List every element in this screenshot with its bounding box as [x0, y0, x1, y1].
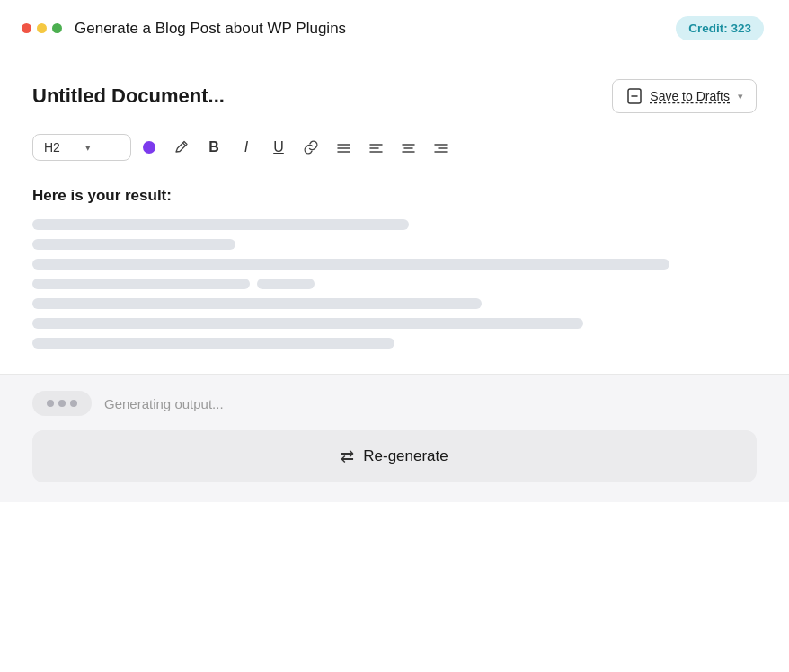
regenerate-arrow-icon: ⇄ — [341, 447, 354, 466]
window-controls — [22, 23, 62, 33]
skeleton-row — [32, 279, 757, 289]
list-icon — [336, 140, 351, 155]
regenerate-label: Re-generate — [363, 447, 448, 465]
typing-dot — [70, 400, 77, 407]
save-drafts-label: Save to Drafts — [650, 89, 730, 103]
underline-label: U — [273, 139, 284, 155]
align-center-icon — [401, 140, 416, 155]
content-area: Here is your result: — [32, 187, 757, 374]
color-picker-button[interactable] — [135, 133, 164, 162]
align-left-button[interactable] — [361, 133, 390, 162]
align-left-icon — [368, 140, 384, 155]
underline-button[interactable]: U — [264, 133, 293, 162]
skeleton-line — [32, 279, 250, 289]
link-button[interactable] — [297, 133, 325, 162]
typing-dot — [58, 400, 66, 407]
highlight-button[interactable] — [167, 133, 196, 162]
pen-icon — [174, 140, 189, 155]
generating-row: Generating output... — [32, 391, 757, 416]
align-right-button[interactable] — [426, 133, 455, 162]
align-center-button[interactable] — [394, 133, 422, 162]
bold-label: B — [208, 139, 219, 155]
top-bar: Generate a Blog Post about WP Plugins Cr… — [0, 0, 789, 57]
credit-badge: Credit: 323 — [676, 16, 764, 40]
minimize-dot[interactable] — [37, 23, 47, 33]
bold-button[interactable]: B — [199, 133, 228, 162]
typing-dots-indicator — [32, 391, 92, 416]
bottom-bar: Generating output... ⇄ Re-generate — [0, 375, 789, 502]
skeleton-line — [32, 259, 669, 270]
heading-select[interactable]: H2 ▾ — [32, 134, 131, 161]
skeleton-line — [32, 338, 394, 349]
typing-dot — [47, 400, 54, 407]
save-drafts-chevron: ▾ — [738, 91, 743, 102]
skeleton-line — [32, 219, 409, 230]
heading-chevron: ▾ — [85, 142, 91, 154]
document-header: Untitled Document... Save to Drafts ▾ — [32, 79, 757, 113]
align-right-icon — [433, 140, 448, 155]
skeleton-lines — [32, 219, 757, 349]
maximize-dot[interactable] — [52, 23, 62, 33]
italic-button[interactable]: I — [232, 133, 261, 162]
document-area: Untitled Document... Save to Drafts ▾ H2… — [0, 57, 789, 375]
heading-value: H2 — [44, 140, 60, 155]
generating-status: Generating output... — [104, 396, 224, 411]
save-to-drafts-button[interactable]: Save to Drafts ▾ — [612, 79, 757, 113]
top-bar-left: Generate a Blog Post about WP Plugins — [22, 20, 346, 38]
italic-label: I — [244, 139, 248, 155]
save-icon — [625, 87, 643, 105]
list-button[interactable] — [329, 133, 358, 162]
close-dot[interactable] — [22, 23, 31, 33]
color-dot — [143, 141, 155, 154]
regenerate-button[interactable]: ⇄ Re-generate — [32, 430, 757, 482]
editor-toolbar: H2 ▾ B I U — [32, 133, 757, 162]
link-icon — [304, 140, 318, 155]
skeleton-line — [257, 279, 315, 289]
skeleton-line — [32, 318, 583, 329]
skeleton-line — [32, 298, 482, 309]
result-heading: Here is your result: — [32, 187, 757, 205]
page-title: Generate a Blog Post about WP Plugins — [75, 20, 346, 38]
document-title: Untitled Document... — [32, 84, 225, 108]
skeleton-line — [32, 239, 235, 250]
